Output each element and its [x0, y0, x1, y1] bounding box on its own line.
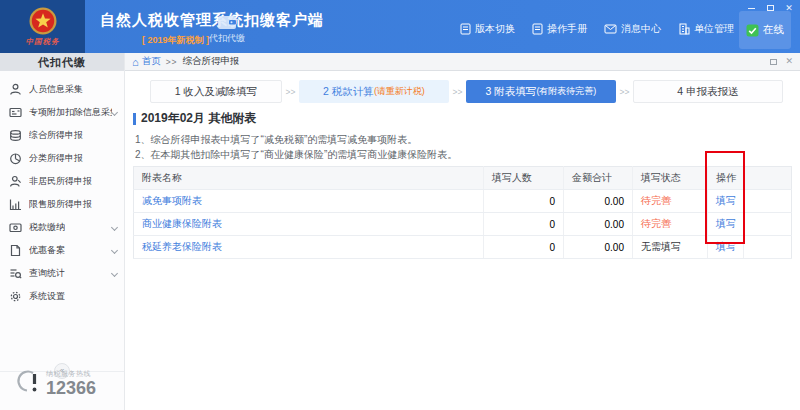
step-label: 3 附表填写	[486, 85, 537, 99]
sidebar-header: 代扣代缴	[0, 53, 124, 71]
cell-empty	[744, 236, 792, 259]
cell-amount: 0.00	[564, 190, 633, 213]
nav-unit-management[interactable]: 单位管理	[678, 22, 734, 36]
sidebar-item-restricted-stock-income[interactable]: 限售股所得申报	[0, 193, 124, 216]
nav-manual[interactable]: 操作手册	[532, 22, 587, 36]
sidebar-item-label: 专项附加扣除信息采集	[29, 106, 112, 119]
online-status-badge[interactable]: 在线	[739, 11, 791, 49]
sidebar-item-label: 分类所得申报	[29, 152, 83, 165]
cell-empty	[744, 213, 792, 236]
sidebar: 代扣代缴 人员信息采集 专项附加扣除信息采集	[0, 53, 125, 410]
sidebar-item-nonresident-income[interactable]: 非居民所得申报	[0, 170, 124, 193]
app-subtitle: [ 2019年新税制 ]	[142, 34, 209, 47]
national-emblem-icon	[28, 6, 58, 36]
fill-in-link[interactable]: 填写	[716, 195, 736, 206]
step-note: (请重新计税)	[374, 85, 425, 98]
sidebar-menu: 人员信息采集 专项附加扣除信息采集 综合所得申报	[0, 71, 124, 308]
table-row: 税延养老保险附表 0 0.00 无需填写 填写	[134, 236, 792, 259]
status-badge: 无需填写	[633, 236, 708, 259]
cell-count: 0	[484, 190, 564, 213]
layers-icon	[9, 129, 22, 142]
notes: 1、综合所得申报表中填写了“减免税额”的需填写减免事项附表。 2、在本期其他扣除…	[135, 132, 792, 162]
panel-restore-icon[interactable]	[770, 59, 777, 65]
period-title: 2019年02月 其他附表	[141, 110, 256, 127]
money-icon	[9, 221, 22, 234]
nav-label: 单位管理	[694, 22, 734, 36]
step-separator: >>	[449, 87, 466, 97]
online-check-icon	[746, 24, 759, 37]
nav-label: 消息中心	[621, 22, 661, 36]
nav-message-center[interactable]: 消息中心	[604, 22, 661, 36]
gear-icon	[9, 290, 22, 303]
chevron-down-icon	[111, 247, 118, 254]
sidebar-item-personnel-info[interactable]: 人员信息采集	[0, 78, 124, 101]
sidebar-item-label: 查询统计	[29, 267, 65, 280]
fill-in-link[interactable]: 填写	[716, 218, 736, 229]
sidebar-item-label: 税款缴纳	[29, 221, 65, 234]
window-controls: ✕	[746, 3, 794, 13]
wallet-icon	[217, 14, 237, 30]
breadcrumb-current: 综合所得申报	[183, 55, 240, 68]
document-icon	[460, 23, 471, 35]
col-header-amount: 金额合计	[564, 167, 633, 190]
sidebar-item-comprehensive-income[interactable]: 综合所得申报	[0, 124, 124, 147]
step-label: 1 收入及减除填写	[175, 85, 257, 99]
sidebar-item-tax-payment[interactable]: 税款缴纳	[0, 216, 124, 239]
hotline: 纳税服务热线 12366	[12, 368, 96, 398]
search-stats-icon	[9, 267, 22, 280]
pie-chart-icon	[9, 152, 22, 165]
sidebar-item-label: 人员信息采集	[29, 83, 83, 96]
chevron-down-icon	[111, 270, 118, 277]
step-3-attached-sheets[interactable]: 3 附表填写(有附表待完善)	[466, 80, 616, 103]
col-header-action: 操作	[708, 167, 744, 190]
top-nav: 版本切换 操作手册 消息中心	[460, 22, 734, 36]
step-2-tax-calc[interactable]: 2 税款计算(请重新计税)	[299, 80, 449, 103]
id-card-icon	[9, 106, 22, 119]
person-outline-icon	[9, 175, 22, 188]
nav-version-switch[interactable]: 版本切换	[460, 22, 515, 36]
document-icon	[532, 23, 543, 35]
app-header: 中国税务 自然人税收管理系统扣缴客户端 [ 2019年新税制 ] 代扣代缴	[0, 0, 800, 53]
minimize-button[interactable]	[746, 3, 756, 13]
col-header-count: 填写人数	[484, 167, 564, 190]
step-separator: >>	[616, 87, 633, 97]
sidebar-item-special-deduction[interactable]: 专项附加扣除信息采集	[0, 101, 124, 124]
col-header-status: 填写状态	[633, 167, 708, 190]
mode-tab-withholding[interactable]: 代扣代缴	[205, 8, 249, 50]
sidebar-item-label: 优惠备案	[29, 244, 65, 257]
sheet-link[interactable]: 商业健康保险附表	[142, 218, 222, 229]
cell-amount: 0.00	[564, 213, 633, 236]
headset-person-icon	[12, 368, 42, 398]
restore-button[interactable]	[765, 3, 775, 13]
step-note: (有附表待完善)	[536, 85, 596, 98]
sidebar-item-label: 限售股所得申报	[29, 198, 92, 211]
panel-close-icon[interactable]: ✕	[785, 57, 793, 66]
sidebar-item-label: 综合所得申报	[29, 129, 83, 142]
close-button[interactable]: ✕	[784, 3, 794, 13]
sheet-link[interactable]: 减免事项附表	[142, 195, 202, 206]
sidebar-item-query-statistics[interactable]: 查询统计	[0, 262, 124, 285]
table-row: 减免事项附表 0 0.00 待完善 填写	[134, 190, 792, 213]
envelope-icon	[604, 24, 617, 34]
status-badge: 待完善	[633, 213, 708, 236]
table-row: 商业健康保险附表 0 0.00 待完善 填写	[134, 213, 792, 236]
fill-in-link[interactable]: 填写	[716, 241, 736, 252]
logo-caption: 中国税务	[26, 37, 60, 47]
step-1-income[interactable]: 1 收入及减除填写	[150, 80, 282, 103]
home-icon[interactable]: ⌂	[132, 57, 139, 67]
step-4-submit[interactable]: 4 申报表报送	[633, 80, 783, 103]
sidebar-item-label: 系统设置	[29, 290, 65, 303]
chevron-down-icon	[111, 109, 118, 116]
main-content: 1 收入及减除填写 >> 2 税款计算(请重新计税) >> 3 附表填写(有附表…	[125, 71, 800, 410]
sheet-link[interactable]: 税延养老保险附表	[142, 241, 222, 252]
breadcrumb-home[interactable]: 首页	[142, 55, 161, 68]
col-header-name: 附表名称	[134, 167, 484, 190]
attached-sheets-table: 附表名称 填写人数 金额合计 填写状态 操作 减免事项附表 0 0.00 待完善…	[133, 166, 792, 259]
breadcrumb-separator: >>	[166, 57, 178, 67]
cell-count: 0	[484, 213, 564, 236]
sidebar-item-classified-income[interactable]: 分类所得申报	[0, 147, 124, 170]
sidebar-item-system-settings[interactable]: 系统设置	[0, 285, 124, 308]
note-line: 1、综合所得申报表中填写了“减免税额”的需填写减免事项附表。	[135, 132, 792, 147]
panel-controls: ✕	[770, 57, 793, 66]
sidebar-item-preference-filing[interactable]: 优惠备案	[0, 239, 124, 262]
